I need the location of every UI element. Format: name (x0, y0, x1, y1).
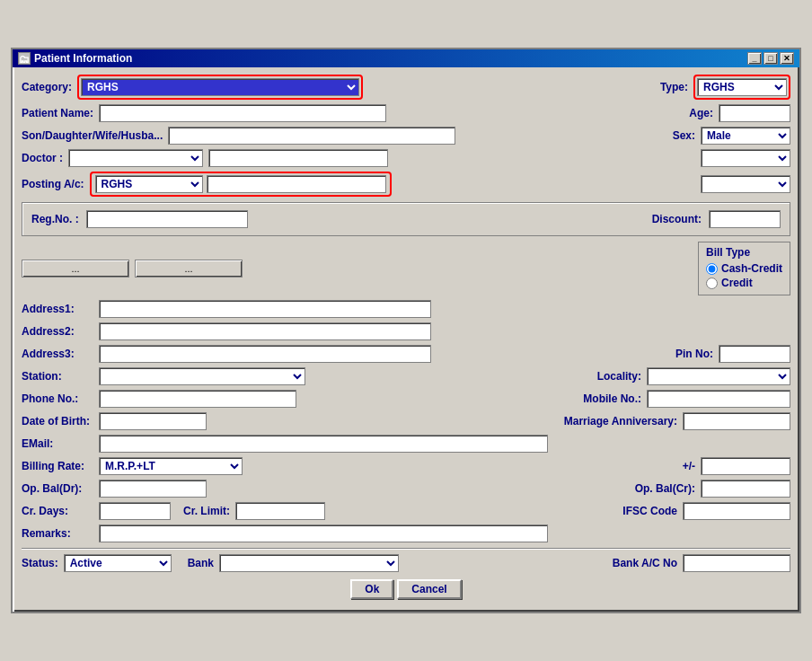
reg-no-input[interactable] (86, 210, 248, 228)
son-daughter-label: Son/Daughter/Wife/Husba... (22, 129, 163, 142)
plus-minus-input[interactable]: 0.00 (701, 457, 790, 475)
cr-limit-label: Cr. Limit: (183, 505, 230, 517)
station-select[interactable] (99, 367, 305, 385)
email-row: EMail: (22, 435, 790, 453)
doctor-input[interactable] (208, 149, 388, 167)
ellipsis-btn-1[interactable]: ... (22, 260, 129, 278)
cr-days-row: Cr. Days: 0 Cr. Limit: 0.00 IFSC Code (22, 502, 790, 520)
op-bal-cr-input[interactable]: 0 (701, 480, 790, 498)
bank-select[interactable] (219, 554, 399, 572)
address3-row: Address3: Pin No: 0 (22, 345, 790, 363)
op-bal-row: Op. Bal(Dr): 0 Op. Bal(Cr): 0 (22, 480, 790, 498)
bank-acno-label: Bank A/C No (613, 557, 677, 569)
marriage-label: Marriage Anniversary: (564, 415, 677, 427)
posting-select1[interactable]: RGHS (95, 175, 203, 193)
window-title: Patient Information (34, 52, 132, 65)
posting-wrapper: RGHS RGHS A/C (90, 172, 392, 197)
bank-acno-input[interactable] (683, 554, 790, 572)
op-bal-cr-label: Op. Bal(Cr): (635, 482, 695, 495)
address2-input[interactable] (99, 322, 431, 340)
bank-label: Bank (188, 557, 214, 569)
address1-input[interactable] (99, 300, 431, 318)
posting-select2[interactable] (701, 175, 790, 193)
phone-input[interactable] (99, 390, 296, 408)
billing-rate-row: Billing Rate: M.R.P.+LT +/- 0.00 (22, 457, 790, 475)
close-button[interactable]: ✕ (780, 52, 794, 65)
discount-label: Discount: (652, 213, 702, 225)
posting-row: Posting A/c: RGHS RGHS A/C (22, 172, 790, 197)
title-bar: 🗂 Patient Information _ □ ✕ (13, 49, 799, 67)
doctor-row: Doctor : (22, 149, 790, 167)
op-bal-dr-input[interactable]: 0 (99, 480, 207, 498)
posting-input[interactable]: RGHS A/C (207, 175, 386, 193)
status-select[interactable]: Active Inactive (64, 554, 172, 572)
remarks-input[interactable] (99, 524, 548, 542)
window-icon: 🗂 (18, 52, 31, 65)
credit-radio[interactable] (706, 278, 718, 289)
bottom-buttons: Ok Cancel (22, 579, 790, 604)
doctor-label: Doctor : (22, 152, 63, 164)
son-daughter-row: Son/Daughter/Wife/Husba... Sex: Male Fem… (22, 127, 790, 145)
patient-info-window: 🗂 Patient Information _ □ ✕ Category: RG… (11, 48, 801, 613)
category-select[interactable]: RGHS (81, 78, 359, 96)
op-bal-dr-label: Op. Bal(Dr): (22, 482, 93, 495)
address3-input[interactable] (99, 345, 431, 363)
locality-label: Locality: (597, 370, 641, 383)
cash-credit-radio[interactable] (706, 263, 718, 275)
discount-input[interactable]: 0.00 (709, 210, 781, 228)
title-bar-left: 🗂 Patient Information (18, 52, 132, 65)
ifsc-input[interactable] (683, 502, 790, 520)
maximize-button[interactable]: □ (763, 52, 778, 65)
billing-rate-label: Billing Rate: (22, 460, 93, 472)
plus-minus-label: +/- (683, 460, 695, 472)
address3-label: Address3: (22, 348, 93, 360)
patient-name-row: Patient Name: Suresh Chandra Jain Age: 0 (22, 104, 790, 122)
doctor-extra-select[interactable] (701, 149, 790, 167)
mobile-label: Mobile No.: (583, 392, 641, 405)
patient-name-input[interactable]: Suresh Chandra Jain (99, 104, 386, 122)
credit-label: Credit (721, 277, 753, 289)
bill-type-title: Bill Type (706, 246, 782, 259)
reg-discount-row: Reg.No. : Discount: 0.00 (31, 210, 781, 228)
doctor-select[interactable] (68, 149, 203, 167)
dob-input[interactable]: / / (99, 412, 207, 430)
reg-discount-section: Reg.No. : Discount: 0.00 (22, 202, 790, 236)
son-daughter-input[interactable] (168, 127, 455, 145)
age-input[interactable]: 0 (719, 104, 790, 122)
cr-limit-input[interactable]: 0.00 (235, 502, 325, 520)
mobile-input[interactable] (647, 390, 790, 408)
sex-select[interactable]: Male Female (701, 127, 790, 145)
email-input[interactable] (99, 435, 548, 453)
ifsc-label: IFSC Code (622, 505, 677, 517)
age-label: Age: (689, 107, 713, 119)
ellipsis-btn-2[interactable]: ... (135, 260, 243, 278)
marriage-input[interactable]: / / (683, 412, 790, 430)
cr-days-label: Cr. Days: (22, 505, 93, 517)
station-label: Station: (22, 370, 93, 383)
status-row: Status: Active Inactive Bank Bank A/C No (22, 554, 790, 572)
posting-label: Posting A/c: (22, 178, 84, 190)
ok-button[interactable]: Ok (350, 579, 393, 599)
dob-label: Date of Birth: (22, 415, 93, 427)
billing-rate-select[interactable]: M.R.P.+LT (99, 457, 243, 475)
status-label: Status: (22, 557, 58, 569)
station-row: Station: Locality: (22, 367, 790, 385)
phone-label: Phone No.: (22, 392, 93, 405)
pin-no-label: Pin No: (675, 348, 713, 360)
minimize-button[interactable]: _ (747, 52, 762, 65)
credit-radio-row: Credit (706, 277, 782, 289)
sex-label: Sex: (673, 129, 695, 142)
category-row: Category: RGHS Type: RGHS (22, 75, 790, 100)
cr-days-input[interactable]: 0 (99, 502, 171, 520)
email-label: EMail: (22, 437, 93, 450)
remarks-label: Remarks: (22, 527, 93, 540)
address1-label: Address1: (22, 303, 93, 315)
type-label: Type: (660, 81, 688, 93)
window-body: Category: RGHS Type: RGHS Patient Name: … (13, 67, 799, 612)
pin-no-input[interactable]: 0 (719, 345, 790, 363)
cash-credit-radio-row: Cash-Credit (706, 262, 782, 275)
category-label: Category: (22, 81, 72, 93)
type-select[interactable]: RGHS (697, 78, 787, 96)
locality-select[interactable] (647, 367, 790, 385)
cancel-button[interactable]: Cancel (397, 579, 461, 599)
